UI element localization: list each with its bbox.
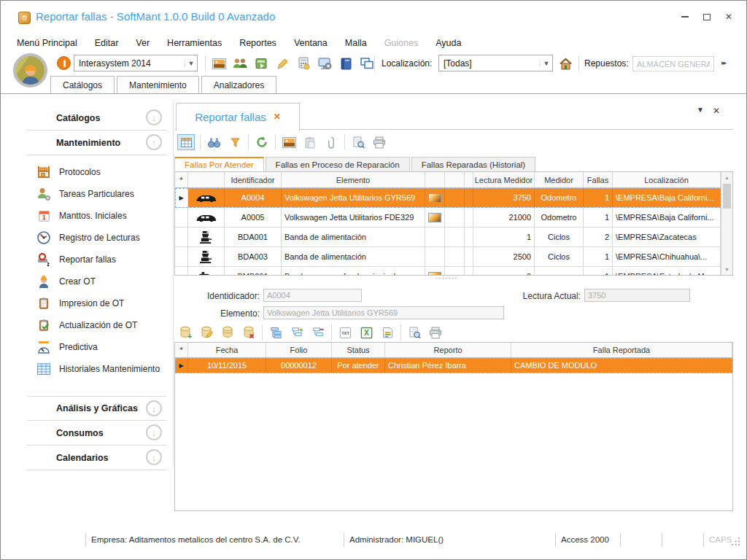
tab-list-icon[interactable]: ▼ bbox=[697, 106, 704, 116]
profile-combo[interactable]: Interasystem 2014 ▼ bbox=[74, 55, 198, 71]
col-localizacion[interactable]: Localización bbox=[613, 172, 721, 187]
sidebar-item-predictiva[interactable]: Predictiva bbox=[15, 336, 172, 358]
edit-record-icon[interactable] bbox=[198, 324, 214, 341]
sidebar-item-historiales-mantenimiento[interactable]: Historiales Mantenimiento bbox=[15, 358, 172, 380]
col-elemento[interactable]: Elemento bbox=[282, 172, 425, 187]
sidebar-section-mantenimiento[interactable]: Mantenimiento ↑ bbox=[27, 131, 166, 155]
drawer-icon[interactable] bbox=[253, 55, 269, 71]
sidebar-item-manttos-iniciales[interactable]: 1 Manttos. Iniciales bbox=[15, 205, 172, 227]
search-binoculars-icon[interactable] bbox=[206, 134, 222, 150]
subtab-fallas-por-atender[interactable]: Fallas Por Atender bbox=[174, 157, 264, 172]
documents-close-icon[interactable]: ✕ bbox=[713, 106, 720, 116]
maximize-button[interactable] bbox=[701, 11, 713, 23]
col-lectura-medidor[interactable]: Lectura Medidor bbox=[473, 172, 535, 187]
chevron-down-icon[interactable]: ▼ bbox=[540, 60, 552, 67]
tab-mantenimiento[interactable]: Mantenimiento bbox=[117, 76, 199, 93]
print-icon[interactable] bbox=[427, 324, 444, 341]
chevron-down-icon[interactable]: ▼ bbox=[185, 60, 197, 67]
print-icon[interactable] bbox=[371, 134, 387, 150]
sidebar-item-registro-de-lecturas[interactable]: Registro de Lecturas bbox=[15, 227, 172, 249]
print-preview-icon[interactable] bbox=[406, 324, 422, 341]
close-button[interactable]: ✕ bbox=[723, 11, 735, 23]
photo-icon[interactable] bbox=[428, 193, 441, 203]
notebook-icon[interactable] bbox=[338, 55, 354, 71]
image-icon[interactable] bbox=[211, 55, 227, 71]
records-icon[interactable] bbox=[220, 324, 236, 341]
toolbar-overflow-icon[interactable]: ▸▸ bbox=[721, 59, 725, 66]
repuestos-input[interactable] bbox=[632, 56, 714, 71]
sidebar-item-crear-ot[interactable]: Crear OT bbox=[15, 271, 172, 292]
menu-reportes[interactable]: Reportes bbox=[239, 38, 276, 48]
export-excel-icon[interactable]: X bbox=[358, 324, 374, 341]
col-reporto[interactable]: Reporto bbox=[385, 343, 511, 357]
col-falla-reportada[interactable]: Falla Reportada bbox=[511, 343, 732, 357]
col-identificador[interactable]: Identificador bbox=[225, 172, 282, 187]
home-icon[interactable] bbox=[557, 55, 573, 71]
menu-editar[interactable]: Editar bbox=[95, 38, 119, 48]
collapse-down-icon[interactable]: ↓ bbox=[146, 449, 162, 465]
subtab-fallas-en-proceso[interactable]: Fallas en Proceso de Reparación bbox=[266, 157, 410, 172]
delete-record-icon[interactable] bbox=[241, 324, 257, 341]
col-status[interactable]: Status bbox=[332, 343, 385, 357]
table-row[interactable]: ▶ 10/11/2015 00000012 Por atender Christ… bbox=[175, 358, 732, 373]
photo-icon[interactable] bbox=[428, 213, 441, 222]
sidebar-section-calendarios[interactable]: Calendarios ↓ bbox=[27, 446, 166, 470]
table-row[interactable]: BDA003 Banda de alimentación 2500 Ciclos… bbox=[175, 247, 721, 267]
col-fecha[interactable]: Fecha bbox=[188, 343, 266, 357]
edit-icon[interactable] bbox=[274, 55, 290, 71]
users-icon[interactable] bbox=[232, 55, 248, 71]
subtab-fallas-reparadas[interactable]: Fallas Reparadas (Historial) bbox=[411, 157, 536, 172]
tab-close-icon[interactable]: ✕ bbox=[274, 112, 281, 122]
sidebar-item-reportar-fallas[interactable]: Reportar fallas bbox=[15, 249, 172, 271]
export-txt-icon[interactable]: TXT bbox=[337, 324, 353, 341]
collapse-down-icon[interactable]: ↓ bbox=[146, 424, 162, 440]
monitor-settings-icon[interactable] bbox=[317, 55, 333, 71]
scroll-down-icon[interactable]: ▼ bbox=[721, 264, 732, 275]
sidebar-section-analisis[interactable]: Análisis y Gráficas ↓ bbox=[27, 396, 166, 421]
windows-icon[interactable] bbox=[359, 55, 375, 71]
grid-view-icon[interactable] bbox=[177, 134, 195, 150]
scrollbar-thumb[interactable] bbox=[723, 184, 731, 209]
minimize-button[interactable] bbox=[679, 11, 691, 23]
resize-grip[interactable] bbox=[731, 537, 740, 546]
collapse-down-icon[interactable]: ↓ bbox=[146, 400, 162, 416]
identificador-input[interactable] bbox=[263, 289, 362, 302]
elemento-input[interactable] bbox=[263, 306, 504, 319]
vertical-scrollbar[interactable]: ▲ ▼ bbox=[721, 172, 732, 275]
col-medidor[interactable]: Medidor bbox=[535, 172, 584, 187]
scroll-up-icon[interactable]: ▲ bbox=[721, 172, 732, 183]
col-fallas[interactable]: Fallas bbox=[584, 172, 613, 187]
calculator-icon[interactable] bbox=[295, 55, 311, 71]
table-row[interactable]: A0005 Volkswagen Jetta Utilitarios FDE32… bbox=[175, 208, 721, 228]
table-row[interactable]: ▶ A0004 Volkswagen Jetta Utilitarios GYR… bbox=[175, 188, 721, 208]
menu-malla[interactable]: Malla bbox=[345, 38, 367, 48]
table-row[interactable]: BDA001 Banda de alimentación 1 Ciclos 2 … bbox=[175, 228, 721, 247]
splitter-handle[interactable]: ······· bbox=[436, 274, 457, 282]
tab-catalogos[interactable]: Catálogos bbox=[50, 76, 115, 93]
sidebar-item-actualizacion-de-ot[interactable]: Actualización de OT bbox=[15, 314, 172, 336]
refresh-icon[interactable] bbox=[254, 134, 270, 150]
menu-menu-principal[interactable]: Menú Principal bbox=[17, 38, 77, 48]
document-tab-reportar-fallas[interactable]: Reportar fallas ✕ bbox=[176, 103, 300, 131]
collapse-down-icon[interactable]: ↓ bbox=[146, 109, 162, 125]
sidebar-section-consumos[interactable]: Consumos ↓ bbox=[27, 421, 166, 446]
tree-collapse-icon[interactable] bbox=[310, 324, 326, 341]
tab-analizadores[interactable]: Analizadores bbox=[201, 76, 276, 93]
sidebar-item-protocolos[interactable]: Protocolos bbox=[15, 161, 172, 183]
localizacion-combo[interactable]: [Todas] ▼ bbox=[438, 55, 553, 71]
collapse-up-icon[interactable]: ↑ bbox=[146, 134, 162, 150]
alert-icon[interactable] bbox=[57, 56, 71, 70]
filter-icon[interactable] bbox=[227, 134, 243, 150]
tree-list-icon[interactable] bbox=[268, 324, 284, 341]
sidebar-item-tareas-particulares[interactable]: Tareas Particulares bbox=[15, 183, 172, 205]
tree-expand-icon[interactable]: + bbox=[289, 324, 305, 341]
export-report-icon[interactable] bbox=[379, 324, 395, 341]
add-record-icon[interactable]: + bbox=[177, 324, 193, 341]
image-icon[interactable] bbox=[281, 134, 297, 150]
menu-ayuda[interactable]: Ayuda bbox=[436, 38, 461, 48]
sidebar-section-catalogos[interactable]: Catálogos ↓ bbox=[27, 106, 166, 131]
col-folio[interactable]: Folio bbox=[266, 343, 332, 357]
menu-herramientas[interactable]: Herramientas bbox=[167, 38, 222, 48]
print-preview-icon[interactable] bbox=[350, 134, 366, 150]
sidebar-item-impresion-de-ot[interactable]: Impresion de OT bbox=[15, 292, 172, 314]
